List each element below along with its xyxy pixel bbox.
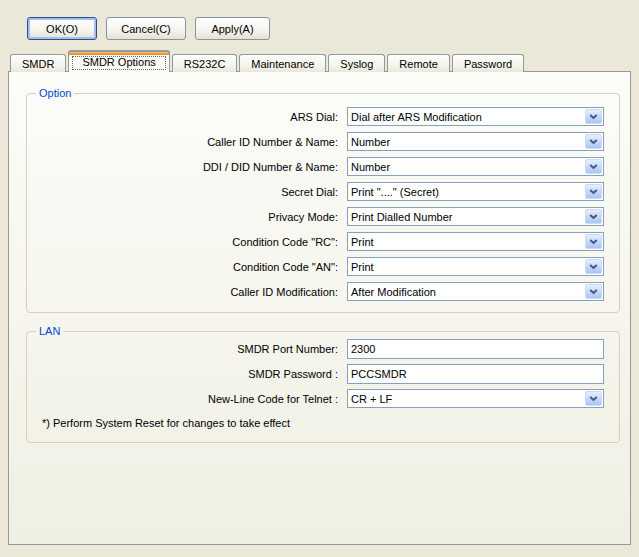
tab-remote[interactable]: Remote	[387, 54, 450, 72]
action-button-bar: OK(O) Cancel(C) Apply(A)	[27, 17, 270, 40]
option-group-box: Option ARS Dial: Dial after ARS Modifica…	[26, 93, 620, 313]
condition-code-an-value: Print	[348, 261, 584, 273]
cancel-button[interactable]: Cancel(C)	[106, 17, 186, 40]
caller-id-modification-label: Caller ID Modification:	[27, 286, 347, 298]
ddi-did-number-name-row: DDI / DID Number & Name: Number	[27, 157, 619, 176]
option-group-title: Option	[36, 87, 74, 99]
ars-dial-label: ARS Dial:	[27, 111, 347, 123]
condition-code-rc-row: Condition Code "RC": Print	[27, 232, 619, 251]
tab-strip: SMDR SMDR Options RS232C Maintenance Sys…	[10, 50, 526, 72]
system-reset-note: *) Perform System Reset for changes to t…	[42, 417, 619, 429]
secret-dial-label: Secret Dial:	[27, 186, 347, 198]
ddi-did-number-name-select[interactable]: Number	[347, 157, 604, 176]
smdr-port-number-input[interactable]	[347, 339, 604, 359]
chevron-down-icon[interactable]	[585, 391, 602, 406]
smdr-password-label: SMDR Password :	[27, 368, 347, 380]
chevron-down-icon[interactable]	[585, 284, 602, 299]
tab-syslog[interactable]: Syslog	[328, 54, 385, 72]
lan-group-title: LAN	[36, 325, 63, 337]
chevron-down-icon[interactable]	[585, 134, 602, 149]
newline-code-telnet-value: CR + LF	[348, 393, 584, 405]
ddi-did-number-name-label: DDI / DID Number & Name:	[27, 161, 347, 173]
secret-dial-select[interactable]: Print "...." (Secret)	[347, 182, 604, 201]
smdr-options-tab-panel: Option ARS Dial: Dial after ARS Modifica…	[8, 71, 631, 545]
chevron-down-icon[interactable]	[585, 184, 602, 199]
caller-id-modification-row: Caller ID Modification: After Modificati…	[27, 282, 619, 301]
chevron-down-icon[interactable]	[585, 259, 602, 274]
privacy-mode-label: Privacy Mode:	[27, 211, 347, 223]
caller-id-number-name-label: Caller ID Number & Name:	[27, 136, 347, 148]
caller-id-modification-value: After Modification	[348, 286, 584, 298]
privacy-mode-row: Privacy Mode: Print Dialled Number	[27, 207, 619, 226]
tab-smdr-options[interactable]: SMDR Options	[68, 50, 169, 72]
ddi-did-number-name-value: Number	[348, 161, 584, 173]
condition-code-rc-value: Print	[348, 236, 584, 248]
smdr-password-input[interactable]	[347, 364, 604, 384]
chevron-down-icon[interactable]	[585, 234, 602, 249]
lan-group-box: LAN SMDR Port Number: SMDR Password : Ne…	[26, 331, 620, 443]
tab-password[interactable]: Password	[452, 54, 524, 72]
tab-smdr[interactable]: SMDR	[10, 54, 66, 72]
tab-smdr-options-label: SMDR Options	[82, 56, 155, 68]
secret-dial-value: Print "...." (Secret)	[348, 186, 584, 198]
secret-dial-row: Secret Dial: Print "...." (Secret)	[27, 182, 619, 201]
newline-code-telnet-select[interactable]: CR + LF	[347, 389, 604, 408]
caller-id-modification-select[interactable]: After Modification	[347, 282, 604, 301]
caller-id-number-name-row: Caller ID Number & Name: Number	[27, 132, 619, 151]
chevron-down-icon[interactable]	[585, 159, 602, 174]
condition-code-rc-select[interactable]: Print	[347, 232, 604, 251]
smdr-port-number-row: SMDR Port Number:	[27, 339, 619, 358]
newline-code-telnet-label: New-Line Code for Telnet :	[27, 393, 347, 405]
smdr-password-row: SMDR Password :	[27, 364, 619, 383]
ars-dial-value: Dial after ARS Modification	[348, 111, 584, 123]
chevron-down-icon[interactable]	[585, 209, 602, 224]
caller-id-number-name-select[interactable]: Number	[347, 132, 604, 151]
condition-code-rc-label: Condition Code "RC":	[27, 236, 347, 248]
ars-dial-row: ARS Dial: Dial after ARS Modification	[27, 107, 619, 126]
condition-code-an-label: Condition Code "AN":	[27, 261, 347, 273]
condition-code-an-row: Condition Code "AN": Print	[27, 257, 619, 276]
tab-rs232c[interactable]: RS232C	[172, 54, 238, 72]
apply-button[interactable]: Apply(A)	[195, 17, 270, 40]
smdr-port-number-label: SMDR Port Number:	[27, 343, 347, 355]
condition-code-an-select[interactable]: Print	[347, 257, 604, 276]
newline-code-telnet-row: New-Line Code for Telnet : CR + LF	[27, 389, 619, 408]
caller-id-number-name-value: Number	[348, 136, 584, 148]
ars-dial-select[interactable]: Dial after ARS Modification	[347, 107, 604, 126]
privacy-mode-value: Print Dialled Number	[348, 211, 584, 223]
chevron-down-icon[interactable]	[585, 109, 602, 124]
privacy-mode-select[interactable]: Print Dialled Number	[347, 207, 604, 226]
tab-maintenance[interactable]: Maintenance	[239, 54, 326, 72]
ok-button[interactable]: OK(O)	[27, 17, 97, 40]
